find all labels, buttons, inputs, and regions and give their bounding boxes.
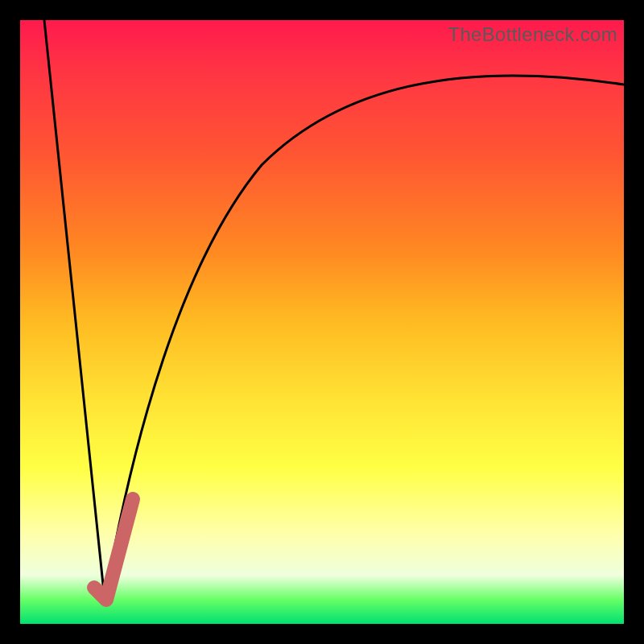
curve-layer xyxy=(20,20,624,624)
watermark-text: TheBottleneck.com xyxy=(448,23,617,46)
right-rising-curve xyxy=(105,76,624,600)
bottleneck-plot-area: TheBottleneck.com xyxy=(20,20,624,624)
left-falling-line xyxy=(44,20,105,600)
